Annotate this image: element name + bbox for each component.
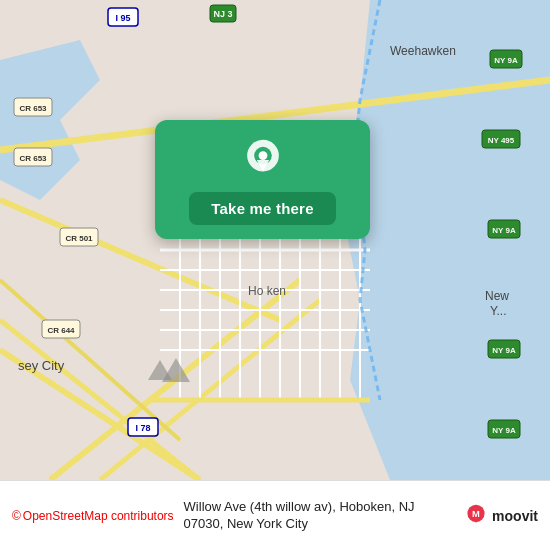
svg-text:New: New (485, 289, 509, 303)
svg-marker-1 (340, 0, 550, 480)
svg-text:CR 653: CR 653 (19, 154, 47, 163)
osm-attribution: ©OpenStreetMap contributors (12, 509, 176, 523)
svg-text:NJ 3: NJ 3 (213, 9, 232, 19)
take-me-there-button[interactable]: Take me there (189, 192, 335, 225)
svg-text:sey City: sey City (18, 358, 65, 373)
moovit-icon: M (464, 504, 488, 528)
svg-text:Ho    ken: Ho ken (248, 284, 286, 298)
popup-card: Take me there (155, 120, 370, 239)
address-text: Willow Ave (4th willow av), Hoboken, NJ … (184, 499, 457, 533)
svg-point-61 (258, 151, 267, 160)
svg-text:CR 501: CR 501 (65, 234, 93, 243)
bottom-bar: ©OpenStreetMap contributors Willow Ave (… (0, 480, 550, 550)
svg-text:NY 9A: NY 9A (494, 56, 518, 65)
svg-text:I 95: I 95 (115, 13, 130, 23)
svg-text:CR 644: CR 644 (47, 326, 75, 335)
svg-text:Weehawken: Weehawken (390, 44, 456, 58)
svg-text:M: M (472, 507, 480, 518)
map-svg: I 95 NJ 3 NY 9A NY 9A NY 9A NY 9A NY 495… (0, 0, 550, 480)
map-container: I 95 NJ 3 NY 9A NY 9A NY 9A NY 9A NY 495… (0, 0, 550, 480)
location-pin-icon (241, 138, 285, 182)
svg-text:I 78: I 78 (135, 423, 150, 433)
moovit-logo: M moovit (464, 504, 538, 528)
moovit-label: moovit (492, 508, 538, 524)
svg-text:Y...: Y... (490, 304, 506, 318)
svg-text:CR 653: CR 653 (19, 104, 47, 113)
svg-text:NY 9A: NY 9A (492, 226, 516, 235)
svg-text:NY 9A: NY 9A (492, 346, 516, 355)
svg-text:NY 9A: NY 9A (492, 426, 516, 435)
svg-text:NY 495: NY 495 (488, 136, 515, 145)
